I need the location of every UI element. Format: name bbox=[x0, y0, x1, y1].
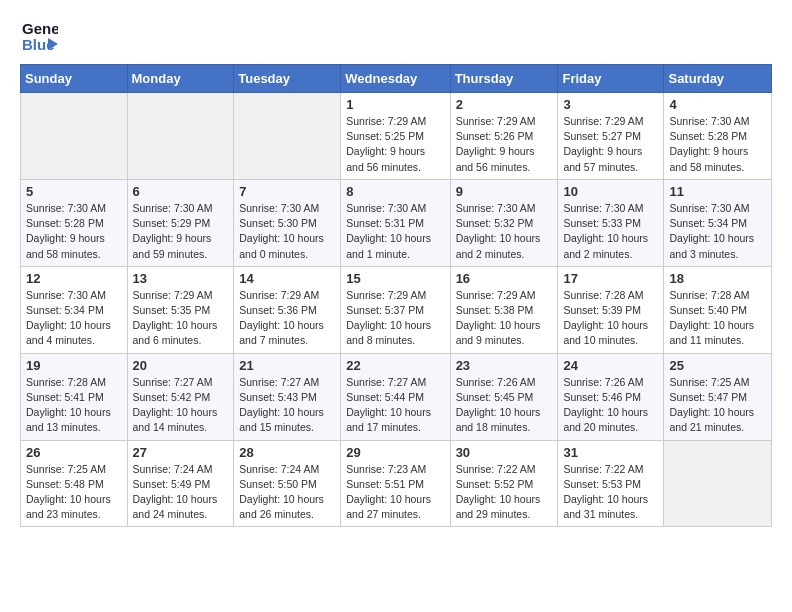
day-number: 9 bbox=[456, 184, 553, 199]
calendar-cell: 15Sunrise: 7:29 AMSunset: 5:37 PMDayligh… bbox=[341, 266, 450, 353]
calendar-cell: 12Sunrise: 7:30 AMSunset: 5:34 PMDayligh… bbox=[21, 266, 128, 353]
day-detail: Sunrise: 7:27 AMSunset: 5:43 PMDaylight:… bbox=[239, 375, 335, 436]
day-number: 28 bbox=[239, 445, 335, 460]
day-detail: Sunrise: 7:27 AMSunset: 5:44 PMDaylight:… bbox=[346, 375, 444, 436]
day-detail: Sunrise: 7:29 AMSunset: 5:25 PMDaylight:… bbox=[346, 114, 444, 175]
week-row-2: 5Sunrise: 7:30 AMSunset: 5:28 PMDaylight… bbox=[21, 179, 772, 266]
day-detail: Sunrise: 7:29 AMSunset: 5:38 PMDaylight:… bbox=[456, 288, 553, 349]
day-number: 31 bbox=[563, 445, 658, 460]
day-detail: Sunrise: 7:29 AMSunset: 5:37 PMDaylight:… bbox=[346, 288, 444, 349]
day-detail: Sunrise: 7:22 AMSunset: 5:52 PMDaylight:… bbox=[456, 462, 553, 523]
day-detail: Sunrise: 7:22 AMSunset: 5:53 PMDaylight:… bbox=[563, 462, 658, 523]
calendar-cell: 7Sunrise: 7:30 AMSunset: 5:30 PMDaylight… bbox=[234, 179, 341, 266]
day-number: 5 bbox=[26, 184, 122, 199]
day-number: 7 bbox=[239, 184, 335, 199]
day-number: 16 bbox=[456, 271, 553, 286]
day-number: 17 bbox=[563, 271, 658, 286]
day-number: 25 bbox=[669, 358, 766, 373]
day-number: 27 bbox=[133, 445, 229, 460]
weekday-header-thursday: Thursday bbox=[450, 65, 558, 93]
calendar-cell: 29Sunrise: 7:23 AMSunset: 5:51 PMDayligh… bbox=[341, 440, 450, 527]
calendar-table: SundayMondayTuesdayWednesdayThursdayFrid… bbox=[20, 64, 772, 527]
calendar-cell bbox=[234, 93, 341, 180]
calendar-cell: 30Sunrise: 7:22 AMSunset: 5:52 PMDayligh… bbox=[450, 440, 558, 527]
day-detail: Sunrise: 7:30 AMSunset: 5:31 PMDaylight:… bbox=[346, 201, 444, 262]
week-row-1: 1Sunrise: 7:29 AMSunset: 5:25 PMDaylight… bbox=[21, 93, 772, 180]
day-detail: Sunrise: 7:25 AMSunset: 5:48 PMDaylight:… bbox=[26, 462, 122, 523]
day-detail: Sunrise: 7:24 AMSunset: 5:50 PMDaylight:… bbox=[239, 462, 335, 523]
weekday-header-sunday: Sunday bbox=[21, 65, 128, 93]
day-number: 13 bbox=[133, 271, 229, 286]
calendar-cell: 4Sunrise: 7:30 AMSunset: 5:28 PMDaylight… bbox=[664, 93, 772, 180]
day-detail: Sunrise: 7:27 AMSunset: 5:42 PMDaylight:… bbox=[133, 375, 229, 436]
day-detail: Sunrise: 7:24 AMSunset: 5:49 PMDaylight:… bbox=[133, 462, 229, 523]
calendar-cell: 8Sunrise: 7:30 AMSunset: 5:31 PMDaylight… bbox=[341, 179, 450, 266]
day-detail: Sunrise: 7:26 AMSunset: 5:45 PMDaylight:… bbox=[456, 375, 553, 436]
day-number: 21 bbox=[239, 358, 335, 373]
day-number: 10 bbox=[563, 184, 658, 199]
day-number: 2 bbox=[456, 97, 553, 112]
day-detail: Sunrise: 7:29 AMSunset: 5:26 PMDaylight:… bbox=[456, 114, 553, 175]
day-detail: Sunrise: 7:30 AMSunset: 5:29 PMDaylight:… bbox=[133, 201, 229, 262]
calendar-cell: 3Sunrise: 7:29 AMSunset: 5:27 PMDaylight… bbox=[558, 93, 664, 180]
day-detail: Sunrise: 7:28 AMSunset: 5:39 PMDaylight:… bbox=[563, 288, 658, 349]
day-number: 6 bbox=[133, 184, 229, 199]
day-number: 1 bbox=[346, 97, 444, 112]
calendar-cell: 27Sunrise: 7:24 AMSunset: 5:49 PMDayligh… bbox=[127, 440, 234, 527]
day-number: 3 bbox=[563, 97, 658, 112]
calendar-cell: 26Sunrise: 7:25 AMSunset: 5:48 PMDayligh… bbox=[21, 440, 128, 527]
day-number: 18 bbox=[669, 271, 766, 286]
weekday-header-friday: Friday bbox=[558, 65, 664, 93]
week-row-5: 26Sunrise: 7:25 AMSunset: 5:48 PMDayligh… bbox=[21, 440, 772, 527]
day-detail: Sunrise: 7:30 AMSunset: 5:32 PMDaylight:… bbox=[456, 201, 553, 262]
day-number: 15 bbox=[346, 271, 444, 286]
day-detail: Sunrise: 7:29 AMSunset: 5:27 PMDaylight:… bbox=[563, 114, 658, 175]
calendar-cell: 18Sunrise: 7:28 AMSunset: 5:40 PMDayligh… bbox=[664, 266, 772, 353]
calendar-cell: 31Sunrise: 7:22 AMSunset: 5:53 PMDayligh… bbox=[558, 440, 664, 527]
calendar-cell: 25Sunrise: 7:25 AMSunset: 5:47 PMDayligh… bbox=[664, 353, 772, 440]
calendar-cell: 13Sunrise: 7:29 AMSunset: 5:35 PMDayligh… bbox=[127, 266, 234, 353]
calendar-cell: 17Sunrise: 7:28 AMSunset: 5:39 PMDayligh… bbox=[558, 266, 664, 353]
day-number: 30 bbox=[456, 445, 553, 460]
logo-icon: General Blue bbox=[20, 16, 58, 54]
day-number: 20 bbox=[133, 358, 229, 373]
calendar-cell: 24Sunrise: 7:26 AMSunset: 5:46 PMDayligh… bbox=[558, 353, 664, 440]
calendar-cell bbox=[127, 93, 234, 180]
calendar-cell: 23Sunrise: 7:26 AMSunset: 5:45 PMDayligh… bbox=[450, 353, 558, 440]
svg-text:General: General bbox=[22, 20, 58, 37]
week-row-3: 12Sunrise: 7:30 AMSunset: 5:34 PMDayligh… bbox=[21, 266, 772, 353]
day-number: 14 bbox=[239, 271, 335, 286]
day-detail: Sunrise: 7:30 AMSunset: 5:34 PMDaylight:… bbox=[669, 201, 766, 262]
calendar-cell: 9Sunrise: 7:30 AMSunset: 5:32 PMDaylight… bbox=[450, 179, 558, 266]
calendar-cell: 1Sunrise: 7:29 AMSunset: 5:25 PMDaylight… bbox=[341, 93, 450, 180]
calendar-cell: 14Sunrise: 7:29 AMSunset: 5:36 PMDayligh… bbox=[234, 266, 341, 353]
day-detail: Sunrise: 7:30 AMSunset: 5:34 PMDaylight:… bbox=[26, 288, 122, 349]
logo: General Blue bbox=[20, 16, 58, 54]
header: General Blue bbox=[20, 16, 772, 54]
day-detail: Sunrise: 7:28 AMSunset: 5:40 PMDaylight:… bbox=[669, 288, 766, 349]
weekday-header-saturday: Saturday bbox=[664, 65, 772, 93]
calendar-cell: 21Sunrise: 7:27 AMSunset: 5:43 PMDayligh… bbox=[234, 353, 341, 440]
day-number: 11 bbox=[669, 184, 766, 199]
day-detail: Sunrise: 7:30 AMSunset: 5:28 PMDaylight:… bbox=[26, 201, 122, 262]
calendar-cell: 2Sunrise: 7:29 AMSunset: 5:26 PMDaylight… bbox=[450, 93, 558, 180]
day-number: 22 bbox=[346, 358, 444, 373]
weekday-header-row: SundayMondayTuesdayWednesdayThursdayFrid… bbox=[21, 65, 772, 93]
calendar-cell: 6Sunrise: 7:30 AMSunset: 5:29 PMDaylight… bbox=[127, 179, 234, 266]
day-number: 19 bbox=[26, 358, 122, 373]
calendar-cell: 19Sunrise: 7:28 AMSunset: 5:41 PMDayligh… bbox=[21, 353, 128, 440]
day-number: 4 bbox=[669, 97, 766, 112]
calendar-cell: 16Sunrise: 7:29 AMSunset: 5:38 PMDayligh… bbox=[450, 266, 558, 353]
day-number: 24 bbox=[563, 358, 658, 373]
day-number: 23 bbox=[456, 358, 553, 373]
day-detail: Sunrise: 7:28 AMSunset: 5:41 PMDaylight:… bbox=[26, 375, 122, 436]
calendar-cell: 28Sunrise: 7:24 AMSunset: 5:50 PMDayligh… bbox=[234, 440, 341, 527]
weekday-header-monday: Monday bbox=[127, 65, 234, 93]
weekday-header-wednesday: Wednesday bbox=[341, 65, 450, 93]
calendar-cell bbox=[664, 440, 772, 527]
day-detail: Sunrise: 7:30 AMSunset: 5:30 PMDaylight:… bbox=[239, 201, 335, 262]
day-detail: Sunrise: 7:30 AMSunset: 5:28 PMDaylight:… bbox=[669, 114, 766, 175]
calendar-cell: 11Sunrise: 7:30 AMSunset: 5:34 PMDayligh… bbox=[664, 179, 772, 266]
day-detail: Sunrise: 7:29 AMSunset: 5:35 PMDaylight:… bbox=[133, 288, 229, 349]
day-detail: Sunrise: 7:29 AMSunset: 5:36 PMDaylight:… bbox=[239, 288, 335, 349]
